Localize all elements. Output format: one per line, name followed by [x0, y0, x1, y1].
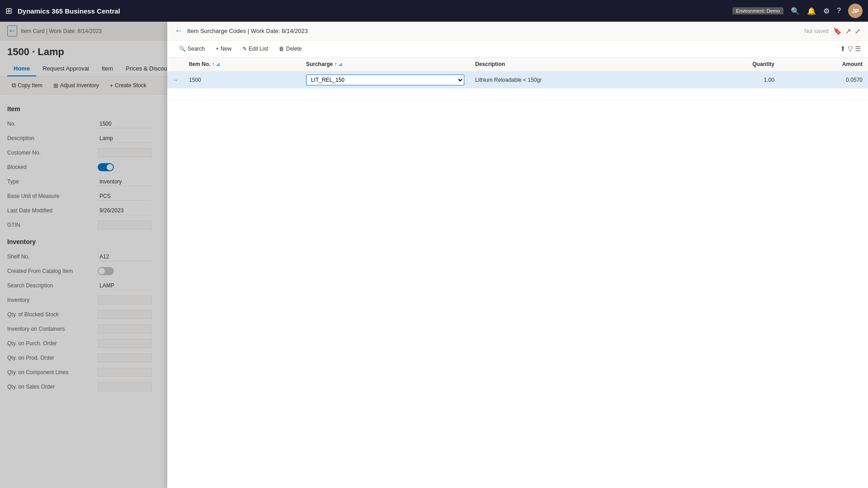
modal-new-button[interactable]: + New — [211, 43, 236, 54]
top-nav-right: Environment: Demo 🔍 🔔 ⚙ ? JP — [732, 4, 863, 18]
modal-toolbar-right: ⬆ ▽ ☰ — [840, 45, 861, 53]
empty-cell-4 — [470, 89, 687, 100]
modal-delete-button[interactable]: 🗑 Delete — [274, 43, 307, 54]
cell-description[interactable]: Lithium Reloadable < 150gr — [470, 71, 687, 89]
col-description[interactable]: Description — [470, 57, 687, 71]
col-item-no-label: Item No. ↑ — [189, 61, 215, 67]
modal-panel: ← Item Surcharge Codes | Work Date: 8/14… — [167, 22, 868, 488]
modal-open-icon-btn[interactable]: ↗ — [845, 27, 851, 35]
cell-item-no[interactable]: 1500 — [184, 71, 301, 89]
empty-cell-6 — [780, 89, 868, 100]
empty-cell-5 — [687, 89, 779, 100]
modal-toolbar: 🔍 Search + New ✎ Edit List 🗑 Delete ⬆ ▽ … — [167, 41, 868, 57]
col-surcharge[interactable]: Surcharge ↑ ⊿ — [301, 57, 470, 71]
new-label: New — [221, 46, 231, 52]
cell-quantity[interactable]: 1.00 — [687, 71, 779, 89]
empty-cell-1 — [167, 89, 184, 100]
top-navigation: ⊞ Dynamics 365 Business Central Environm… — [0, 0, 868, 22]
cell-surcharge[interactable]: LIT_REL_150 — [301, 71, 470, 89]
table-header-row: Item No. ↑ ⊿ Surcharge ↑ ⊿ Description Q… — [167, 57, 868, 71]
modal-expand-icon-btn[interactable]: ⤢ — [855, 27, 861, 35]
modal-edit-list-button[interactable]: ✎ Edit List — [238, 43, 273, 54]
row-arrow-cell: → — [167, 71, 184, 89]
columns-icon-btn[interactable]: ☰ — [855, 45, 861, 53]
modal-header-actions: 🔖 ↗ ⤢ — [833, 27, 861, 35]
modal-content: Item No. ↑ ⊿ Surcharge ↑ ⊿ Description Q… — [167, 57, 868, 488]
delete-icon: 🗑 — [279, 46, 284, 52]
empty-cell-2 — [184, 89, 301, 100]
app-title: Dynamics 365 Business Central — [18, 7, 120, 15]
surcharge-table: Item No. ↑ ⊿ Surcharge ↑ ⊿ Description Q… — [167, 57, 868, 100]
modal-title: Item Surcharge Codes | Work Date: 8/14/2… — [187, 28, 800, 34]
share-icon-btn-2[interactable]: ⬆ — [840, 45, 846, 53]
settings-icon-btn[interactable]: ⚙ — [823, 7, 830, 15]
modal-bookmark-icon-btn[interactable]: 🔖 — [833, 27, 842, 35]
col-quantity[interactable]: Quantity — [687, 57, 779, 71]
modal-header: ← Item Surcharge Codes | Work Date: 8/14… — [167, 22, 868, 41]
table-header: Item No. ↑ ⊿ Surcharge ↑ ⊿ Description Q… — [167, 57, 868, 71]
cell-amount[interactable]: 0.0570 — [780, 71, 868, 89]
delete-label: Delete — [286, 46, 302, 52]
empty-cell-3 — [301, 89, 470, 100]
col-amount[interactable]: Amount — [780, 57, 868, 71]
avatar[interactable]: JP — [848, 4, 863, 18]
edit-list-icon: ✎ — [242, 46, 247, 52]
col-arrow — [167, 57, 184, 71]
sort-icon-item-no: ⊿ — [216, 62, 220, 67]
filter-icon-btn[interactable]: ▽ — [848, 45, 853, 53]
search-icon-btn[interactable]: 🔍 — [791, 7, 800, 15]
col-quantity-label: Quantity — [752, 61, 774, 67]
col-item-no[interactable]: Item No. ↑ ⊿ — [184, 57, 301, 71]
modal-status: Not saved — [804, 28, 829, 34]
help-icon-btn[interactable]: ? — [837, 7, 841, 15]
empty-row — [167, 89, 868, 100]
table-body: → 1500 LIT_REL_150 Lithium Reloadable < … — [167, 71, 868, 100]
edit-list-label: Edit List — [249, 46, 268, 52]
environment-badge: Environment: Demo — [732, 7, 783, 14]
search-icon: 🔍 — [179, 46, 186, 52]
search-label: Search — [188, 46, 205, 52]
notification-icon-btn[interactable]: 🔔 — [807, 7, 816, 15]
col-surcharge-label: Surcharge ↑ — [306, 61, 337, 67]
surcharge-select[interactable]: LIT_REL_150 — [306, 75, 464, 85]
waffle-icon[interactable]: ⊞ — [5, 6, 12, 16]
modal-search-button[interactable]: 🔍 Search — [175, 43, 209, 54]
table-row[interactable]: → 1500 LIT_REL_150 Lithium Reloadable < … — [167, 71, 868, 89]
sort-icon-surcharge: ⊿ — [339, 62, 342, 67]
row-arrow-icon: → — [173, 77, 178, 83]
col-description-label: Description — [475, 61, 505, 67]
modal-back-button[interactable]: ← — [175, 26, 183, 36]
col-amount-label: Amount — [842, 61, 863, 67]
new-plus-icon: + — [216, 46, 219, 52]
